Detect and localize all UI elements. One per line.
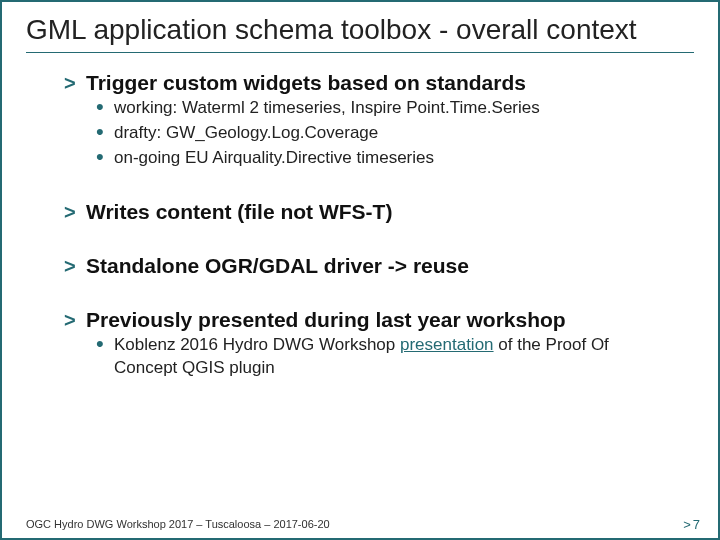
bullet-standalone-driver: > Standalone OGR/GDAL driver -> reuse [86, 254, 674, 278]
sub-bullet-text: working: Waterml 2 timeseries, Inspire P… [114, 98, 540, 117]
chevron-icon: > [64, 309, 76, 332]
dot-icon: • [96, 146, 104, 168]
chevron-icon: > [64, 201, 76, 224]
slide-frame: GML application schema toolbox - overall… [0, 0, 720, 540]
sub-bullet-koblenz: • Koblenz 2016 Hydro DWG Workshop presen… [114, 334, 674, 380]
bullet-heading: Trigger custom widgets based on standard… [86, 71, 526, 94]
bullet-previously-presented: > Previously presented during last year … [86, 308, 674, 332]
bullet-heading: Writes content (file not WFS-T) [86, 200, 392, 223]
bullet-heading: Previously presented during last year wo… [86, 308, 566, 331]
bullet-writes-content: > Writes content (file not WFS-T) [86, 200, 674, 224]
sub-bullet-text-pre: Koblenz 2016 Hydro DWG Workshop [114, 335, 400, 354]
page-number: >7 [683, 517, 700, 532]
bullet-heading: Standalone OGR/GDAL driver -> reuse [86, 254, 469, 277]
page-number-value: 7 [693, 517, 700, 532]
bullet-trigger-widgets: > Trigger custom widgets based on standa… [86, 71, 674, 95]
sub-bullet-drafty: • drafty: GW_Geology.Log.Coverage [114, 122, 674, 145]
sub-bullet-working: • working: Waterml 2 timeseries, Inspire… [114, 97, 674, 120]
title-rule [26, 52, 694, 53]
footer-text: OGC Hydro DWG Workshop 2017 – Tuscaloosa… [26, 518, 330, 530]
sub-bullet-text: drafty: GW_Geology.Log.Coverage [114, 123, 378, 142]
chevron-icon: > [683, 517, 691, 532]
sub-bullet-ongoing: • on-going EU Airquality.Directive times… [114, 147, 674, 170]
dot-icon: • [96, 96, 104, 118]
presentation-link[interactable]: presentation [400, 335, 494, 354]
content-area: > Trigger custom widgets based on standa… [26, 71, 694, 380]
dot-icon: • [96, 333, 104, 355]
dot-icon: • [96, 121, 104, 143]
chevron-icon: > [64, 72, 76, 95]
chevron-icon: > [64, 255, 76, 278]
slide-title: GML application schema toolbox - overall… [26, 14, 694, 46]
sub-bullet-text: on-going EU Airquality.Directive timeser… [114, 148, 434, 167]
